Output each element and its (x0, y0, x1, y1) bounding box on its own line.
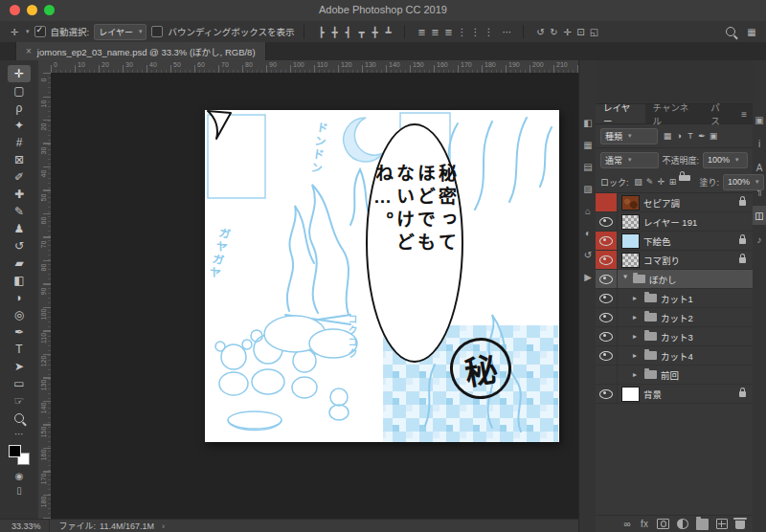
distribute-middle-icon[interactable]: ≣ (428, 25, 441, 39)
filter-shape-icon[interactable]: ✒ (696, 129, 708, 144)
tool-lasso[interactable]: ρ (8, 100, 31, 117)
tab-paths[interactable]: パス (703, 104, 735, 123)
dock-timeline-icon[interactable]: ♪ (753, 230, 766, 249)
visibility-toggle[interactable] (596, 327, 618, 345)
tool-gradient[interactable]: ◧ (8, 272, 31, 289)
layer-row-cut1[interactable]: ▸カット1 (596, 289, 753, 308)
new-group-icon[interactable] (696, 519, 709, 530)
tool-history-brush[interactable]: ↺ (8, 237, 31, 255)
align-right-icon[interactable]: ┫ (341, 25, 354, 39)
layer-row-zenkai[interactable]: ▸前回 (596, 366, 753, 385)
visibility-toggle[interactable] (596, 366, 618, 384)
visibility-toggle[interactable] (596, 212, 618, 231)
3d-drag-icon[interactable]: ✛ (560, 25, 574, 39)
layer-row-layer-191[interactable]: レイヤー 191 (596, 212, 753, 232)
panel-menu-icon[interactable]: ≡ (735, 104, 753, 123)
tool-hand[interactable]: ☞ (8, 392, 31, 410)
tool-eyedropper[interactable]: ✐ (8, 168, 31, 186)
tool-clone-stamp[interactable]: ♟ (8, 220, 31, 237)
tool-eraser[interactable]: ▰ (8, 255, 31, 272)
tool-path-selection[interactable]: ➤ (8, 358, 31, 375)
screen-mode-icon[interactable]: ▯ (8, 483, 31, 498)
lock-artboard-icon[interactable]: ⊞ (667, 175, 679, 189)
dock-info-icon[interactable]: i (753, 134, 766, 153)
search-icon[interactable] (726, 27, 735, 36)
visibility-toggle[interactable] (596, 232, 618, 250)
tab-channels[interactable]: チャンネル (645, 104, 704, 123)
close-tab-icon[interactable]: × (26, 46, 32, 56)
align-bottom-icon[interactable]: ┻ (381, 25, 394, 39)
filter-adjustment-icon[interactable]: ◑ (673, 129, 685, 144)
layer-row-sepia[interactable]: セピア調 (596, 193, 753, 212)
current-tool-icon[interactable]: ✛ (8, 25, 21, 39)
dock-history-icon[interactable]: ↺ (579, 245, 597, 264)
dock-color-icon[interactable]: ◧ (579, 113, 597, 132)
filter-kind-dropdown[interactable]: 種類 ▾ (600, 128, 658, 144)
visibility-toggle[interactable] (596, 270, 618, 288)
more-options-icon[interactable]: ⋯ (500, 25, 513, 39)
disclosure-icon[interactable]: ▸ (633, 351, 641, 360)
lock-position-icon[interactable]: ✛ (656, 175, 667, 189)
lock-transparent-icon[interactable]: ▨ (633, 175, 644, 189)
edit-toolbar-icon[interactable]: ⋯ (8, 427, 31, 441)
tool-shape[interactable]: ▭ (8, 375, 31, 392)
layer-effects-icon[interactable]: fx (640, 519, 649, 530)
filter-pixel-icon[interactable]: ▦ (662, 129, 673, 144)
3d-rotate-icon[interactable]: ↺ (533, 25, 547, 39)
layer-row-bokashi[interactable]: ▸ぼかし (596, 270, 753, 289)
tool-type[interactable]: T (8, 341, 31, 358)
tool-quick-selection[interactable]: ✦ (8, 117, 31, 134)
visibility-toggle[interactable] (596, 346, 618, 365)
distribute-right-icon[interactable]: ⋮ (482, 25, 495, 39)
layer-row-shitaeiro[interactable]: 下絵色 (596, 232, 753, 251)
distribute-bottom-icon[interactable]: ≣ (441, 25, 455, 39)
align-center-h-icon[interactable]: ╋ (327, 25, 341, 39)
3d-scale-icon[interactable]: ◱ (587, 25, 600, 39)
adjustment-layer-icon[interactable] (677, 519, 688, 529)
disclosure-icon[interactable]: ▸ (633, 313, 641, 321)
document-canvas[interactable]: ドンドン ガヤガヤ コクコク 秘密ってほどでもないけどね…。 秘 (205, 110, 559, 442)
tool-crop[interactable]: # (8, 134, 31, 151)
tool-pen[interactable]: ✒ (8, 323, 31, 341)
visibility-toggle[interactable] (596, 385, 618, 403)
tool-blur[interactable]: ◗ (8, 289, 31, 306)
align-center-v-icon[interactable]: ╋ (368, 25, 381, 39)
quick-mask-icon[interactable]: ◉ (8, 469, 31, 483)
tool-move[interactable]: ✛ (8, 65, 31, 82)
3d-roll-icon[interactable]: ↻ (547, 25, 560, 39)
layer-row-cut4[interactable]: ▸カット4 (596, 346, 753, 366)
lock-all-icon[interactable] (679, 175, 690, 181)
visibility-toggle[interactable] (596, 289, 618, 307)
disclosure-icon[interactable]: ▸ (621, 276, 630, 283)
workspace-switcher-icon[interactable]: ▦ (745, 25, 758, 39)
disclosure-icon[interactable]: ▸ (633, 370, 641, 379)
color-swatches[interactable] (9, 445, 30, 465)
align-left-icon[interactable]: ┣ (314, 25, 327, 39)
tool-preset-caret-icon[interactable]: ▾ (26, 28, 30, 35)
link-layers-icon[interactable]: ∞ (622, 519, 632, 530)
dock-libraries-icon[interactable]: ⌂ (579, 201, 597, 220)
layer-row-haikei[interactable]: 背景 (596, 385, 753, 404)
dock-actions-icon[interactable]: ▶ (579, 267, 597, 286)
visibility-toggle[interactable] (596, 308, 618, 326)
layer-row-cut3[interactable]: ▸カット3 (596, 327, 753, 346)
auto-select-dropdown[interactable]: レイヤー ▾ (94, 24, 146, 40)
tool-healing-brush[interactable]: ✚ (8, 186, 31, 203)
distribute-left-icon[interactable]: ⋮ (455, 25, 468, 39)
tool-frame[interactable]: ⊠ (8, 151, 31, 168)
fill-dropdown[interactable]: 100% ▾ (723, 174, 764, 190)
dock-properties-icon[interactable]: ▣ (753, 110, 766, 129)
horizontal-ruler[interactable]: 0102030405060708090100110120130140150160… (51, 60, 578, 74)
lock-pixels-icon[interactable]: ✎ (644, 175, 656, 189)
layer-mask-icon[interactable] (657, 519, 669, 529)
disclosure-icon[interactable]: ▸ (633, 332, 641, 341)
tool-zoom[interactable] (8, 410, 31, 427)
delete-layer-icon[interactable] (735, 521, 745, 529)
blend-mode-dropdown[interactable]: 通常 ▾ (600, 152, 659, 168)
dock-patterns-icon[interactable]: ▨ (579, 179, 597, 198)
3d-slide-icon[interactable]: ⊡ (574, 25, 587, 39)
foreground-color-swatch[interactable] (9, 445, 21, 457)
zoom-level-field[interactable]: 33.33% (0, 520, 50, 532)
distribute-center-icon[interactable]: ⋮ (468, 25, 482, 39)
visibility-toggle[interactable] (596, 193, 618, 211)
